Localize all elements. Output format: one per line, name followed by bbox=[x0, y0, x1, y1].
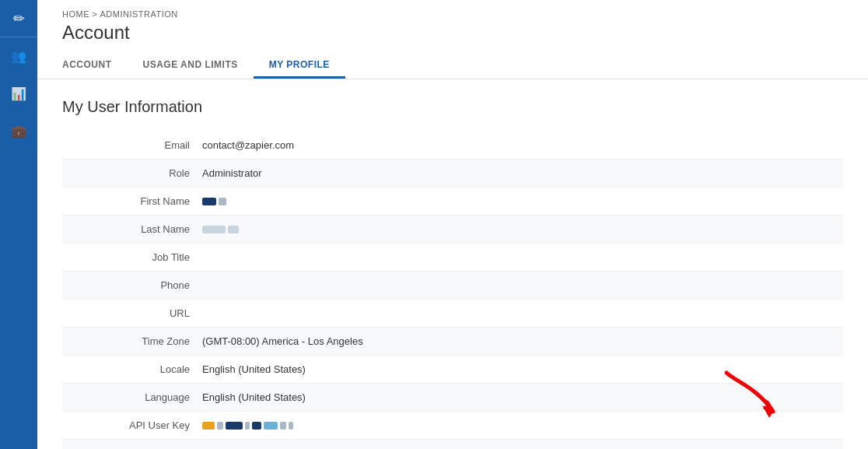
redacted-block bbox=[202, 422, 215, 430]
redacted-block bbox=[217, 422, 223, 430]
table-row: URL bbox=[62, 300, 843, 328]
breadcrumb-section[interactable]: ADMINISTRATION bbox=[100, 9, 177, 19]
redacted-block bbox=[289, 422, 293, 430]
redacted-block bbox=[280, 422, 286, 430]
table-row: Job Title bbox=[62, 244, 843, 272]
table-row: Time Zone (GMT-08:00) America - Los Ange… bbox=[62, 328, 843, 356]
sidebar-item-users[interactable]: 👥 bbox=[0, 37, 37, 75]
field-label-jobtitle: Job Title bbox=[62, 251, 202, 263]
redacted-block bbox=[252, 422, 261, 430]
field-label-lastname: Last Name bbox=[62, 223, 202, 235]
users-icon: 👥 bbox=[11, 49, 26, 64]
tab-usage[interactable]: USAGE AND LIMITS bbox=[128, 53, 254, 79]
field-value-firstname bbox=[202, 198, 843, 205]
field-value-role: Administrator bbox=[202, 167, 843, 179]
field-value-apikey bbox=[202, 422, 843, 430]
field-label-timezone: Time Zone bbox=[62, 335, 202, 347]
field-value-lastname bbox=[202, 226, 843, 233]
tab-account[interactable]: ACCOUNT bbox=[62, 53, 128, 79]
table-row: CRM Username bbox=[62, 440, 843, 449]
tab-bar: ACCOUNT USAGE AND LIMITS MY PROFILE bbox=[62, 53, 843, 79]
sidebar-logo[interactable]: ✏ bbox=[0, 0, 37, 37]
table-row: Phone bbox=[62, 272, 843, 300]
page-title: Account bbox=[62, 22, 843, 44]
field-value-locale: English (United States) bbox=[202, 363, 843, 375]
redacted-block bbox=[226, 422, 243, 430]
content-area: My User Information Email contact@zapier… bbox=[37, 79, 868, 449]
table-row: Email contact@zapier.com bbox=[62, 132, 843, 160]
breadcrumb-separator: > bbox=[93, 9, 98, 19]
analytics-icon: 📊 bbox=[11, 86, 26, 101]
redacted-block bbox=[245, 422, 250, 430]
field-label-apikey: API User Key bbox=[62, 419, 202, 431]
field-label-phone: Phone bbox=[62, 279, 202, 291]
field-label-role: Role bbox=[62, 167, 202, 179]
main-content: HOME > ADMINISTRATION Account ACCOUNT US… bbox=[37, 0, 868, 449]
edit-icon: ✏ bbox=[13, 10, 25, 27]
field-label-url: URL bbox=[62, 307, 202, 319]
breadcrumb-home[interactable]: HOME bbox=[62, 9, 89, 19]
sidebar-item-analytics[interactable]: 📊 bbox=[0, 75, 37, 112]
table-row: Locale English (United States) bbox=[62, 356, 843, 384]
field-label-language: Language bbox=[62, 391, 202, 403]
field-label-firstname: First Name bbox=[62, 195, 202, 207]
table-row: Language English (United States) bbox=[62, 384, 843, 412]
field-value-language: English (United States) bbox=[202, 391, 843, 403]
field-label-locale: Locale bbox=[62, 363, 202, 375]
field-value-email: contact@zapier.com bbox=[202, 139, 843, 151]
redacted-block bbox=[202, 198, 216, 205]
breadcrumb: HOME > ADMINISTRATION bbox=[62, 9, 843, 19]
table-row: Last Name bbox=[62, 216, 843, 244]
table-row: API User Key bbox=[62, 412, 843, 440]
field-value-timezone: (GMT-08:00) America - Los Angeles bbox=[202, 335, 843, 347]
table-row: First Name bbox=[62, 188, 843, 216]
page-header: HOME > ADMINISTRATION Account ACCOUNT US… bbox=[37, 0, 868, 79]
admin-icon: 💼 bbox=[11, 124, 26, 139]
table-row: Role Administrator bbox=[62, 160, 843, 188]
tab-myprofile[interactable]: MY PROFILE bbox=[254, 53, 345, 79]
redacted-block bbox=[219, 198, 226, 205]
sidebar-item-admin[interactable]: 💼 bbox=[0, 112, 37, 149]
redacted-block bbox=[202, 226, 226, 233]
redacted-block bbox=[264, 422, 278, 430]
sidebar: ✏ 👥 📊 💼 bbox=[0, 0, 37, 449]
user-info-table: Email contact@zapier.com Role Administra… bbox=[62, 132, 843, 449]
field-label-email: Email bbox=[62, 139, 202, 151]
redacted-block bbox=[228, 226, 239, 233]
section-title: My User Information bbox=[62, 98, 843, 116]
